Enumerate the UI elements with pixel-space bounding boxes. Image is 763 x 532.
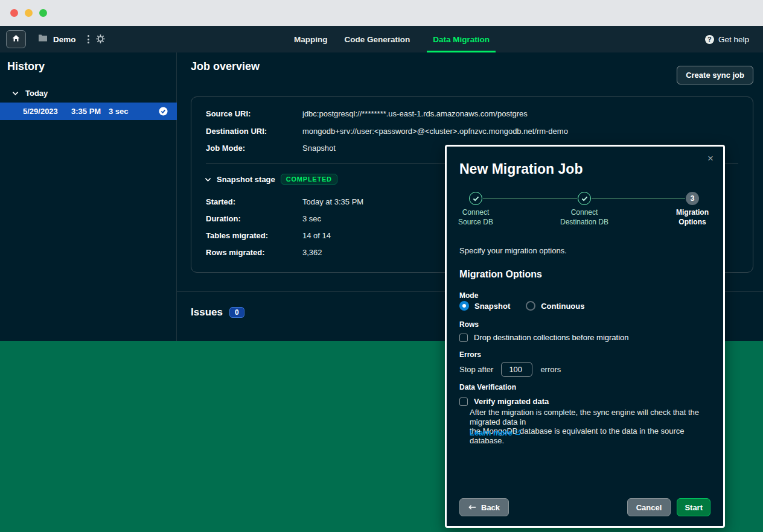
started-label: Started: — [206, 197, 302, 206]
main-tabs: Mapping Code Generation Data Migration — [294, 26, 496, 52]
question-icon: ? — [705, 35, 714, 44]
checkbox-unchecked-icon[interactable] — [459, 334, 468, 342]
issues-section-header: Issues 0 — [191, 306, 244, 318]
page-title: Job overview — [191, 60, 260, 73]
tables-migrated-label: Tables migrated: — [206, 231, 302, 240]
folder-icon — [38, 34, 48, 45]
drop-collections-checkbox-row[interactable]: Drop destination collections before migr… — [459, 333, 629, 342]
run-time: 3:35 PM — [71, 107, 101, 116]
create-sync-job-button[interactable]: Create sync job — [677, 66, 753, 84]
settings-button[interactable] — [95, 34, 106, 46]
errors-suffix-label: errors — [540, 365, 561, 374]
modal-title: New Migration Job — [459, 161, 583, 177]
history-sidebar: History Today 5/29/2023 3:35 PM 3 sec — [0, 52, 177, 341]
project-selector[interactable]: Demo — [38, 26, 76, 52]
chevron-down-icon — [205, 174, 211, 185]
step-connector — [592, 198, 685, 199]
learn-more-link[interactable]: Learn more — [470, 428, 521, 437]
home-button[interactable] — [6, 30, 26, 48]
rows-label: Rows — [459, 320, 479, 329]
started-row: Started: Today at 3:35 PM — [206, 197, 363, 206]
tab-data-migration[interactable]: Data Migration — [427, 26, 496, 52]
history-run-row[interactable]: 5/29/2023 3:35 PM 3 sec — [0, 103, 177, 120]
source-uri-row: Source URI: jdbc:postgresql://********.u… — [206, 109, 528, 118]
app-navbar: Demo Mapping Code Generation Data Migrat… — [0, 26, 763, 52]
step-1-label: Connect Source DB — [447, 208, 505, 227]
history-title: History — [7, 60, 45, 73]
history-group-today[interactable]: Today — [12, 89, 48, 98]
source-uri-label: Source URI: — [206, 109, 302, 118]
destination-uri-value: mongodb+srv://user:<password>@<cluster>.… — [302, 127, 568, 136]
new-migration-job-modal: × New Migration Job 3 Connect Source DB … — [445, 145, 725, 528]
tables-migrated-value: 14 of 14 — [302, 231, 331, 240]
errors-label: Errors — [459, 350, 481, 359]
close-icon[interactable]: × — [707, 153, 714, 165]
verify-data-checkbox-row[interactable]: Verify migrated data — [459, 397, 549, 406]
app-window: Demo Mapping Code Generation Data Migrat… — [0, 0, 763, 532]
verify-data-label: Verify migrated data — [474, 397, 549, 406]
issues-label: Issues — [191, 306, 223, 318]
tab-code-generation[interactable]: Code Generation — [345, 26, 410, 52]
tab-mapping[interactable]: Mapping — [294, 26, 328, 52]
kebab-icon — [88, 35, 89, 37]
migration-options-title: Migration Options — [459, 269, 542, 280]
rows-migrated-value: 3,362 — [302, 248, 322, 257]
snapshot-stage-header[interactable]: Snapshot stage COMPLETED — [205, 174, 337, 185]
modal-subtitle: Specify your migration options. — [459, 246, 567, 255]
step-1-circle — [469, 192, 482, 205]
window-minimize-button[interactable] — [25, 9, 33, 17]
tables-migrated-row: Tables migrated: 14 of 14 — [206, 231, 331, 240]
data-verification-label: Data Verification — [459, 383, 516, 391]
arrow-left-icon — [468, 503, 476, 512]
back-button[interactable]: Back — [459, 498, 509, 516]
duration-label: Duration: — [206, 214, 302, 223]
duration-value: 3 sec — [302, 214, 321, 223]
run-duration: 3 sec — [109, 107, 129, 116]
issues-count-badge: 0 — [229, 307, 244, 318]
run-completed-check-icon — [159, 107, 168, 118]
external-link-icon — [515, 428, 521, 437]
get-help-button[interactable]: ? Get help — [705, 26, 749, 52]
start-button[interactable]: Start — [677, 498, 710, 516]
gear-icon — [95, 36, 106, 46]
window-zoom-button[interactable] — [39, 9, 47, 17]
stop-after-label: Stop after — [459, 365, 493, 374]
step-2-label: Connect Destination DB — [555, 208, 613, 227]
step-3-label: Migration Options — [663, 208, 721, 227]
checkbox-unchecked-icon[interactable] — [459, 397, 468, 406]
home-icon — [11, 34, 21, 45]
radio-snapshot[interactable]: Snapshot — [459, 301, 510, 311]
job-mode-row: Job Mode: Snapshot — [206, 144, 336, 153]
check-icon — [581, 193, 588, 204]
project-menu-button[interactable] — [83, 33, 94, 46]
step-2-circle — [578, 192, 591, 205]
destination-uri-row: Destination URI: mongodb+srv://user:<pas… — [206, 127, 568, 136]
run-date: 5/29/2023 — [23, 107, 58, 116]
source-uri-value: jdbc:postgresql://********.us-east-1.rds… — [302, 109, 528, 118]
check-icon — [473, 193, 479, 204]
verify-data-description: After the migration is complete, the syn… — [470, 408, 715, 445]
duration-row: Duration: 3 sec — [206, 214, 321, 223]
history-group-label: Today — [25, 89, 48, 98]
job-mode-value: Snapshot — [302, 144, 336, 153]
destination-uri-label: Destination URI: — [206, 127, 302, 136]
started-value: Today at 3:35 PM — [302, 197, 363, 206]
cancel-button[interactable]: Cancel — [627, 498, 671, 516]
stop-after-row: Stop after errors — [459, 362, 561, 377]
mode-label: Mode — [459, 291, 478, 300]
stop-after-input[interactable] — [501, 362, 532, 377]
step-connector — [483, 198, 577, 199]
window-close-button[interactable] — [10, 9, 18, 17]
radio-selected-icon — [459, 301, 469, 311]
rows-migrated-row: Rows migrated: 3,362 — [206, 248, 322, 257]
window-titlebar — [0, 0, 763, 26]
radio-continuous[interactable]: Continuous — [526, 301, 584, 311]
rows-migrated-label: Rows migrated: — [206, 248, 302, 257]
radio-unselected-icon — [526, 301, 535, 311]
drop-collections-label: Drop destination collections before migr… — [474, 333, 629, 342]
project-name: Demo — [53, 35, 76, 44]
chevron-down-icon — [12, 89, 19, 98]
job-mode-label: Job Mode: — [206, 144, 302, 153]
mode-radio-group: Snapshot Continuous — [459, 301, 584, 311]
snapshot-stage-label: Snapshot stage — [217, 175, 275, 184]
